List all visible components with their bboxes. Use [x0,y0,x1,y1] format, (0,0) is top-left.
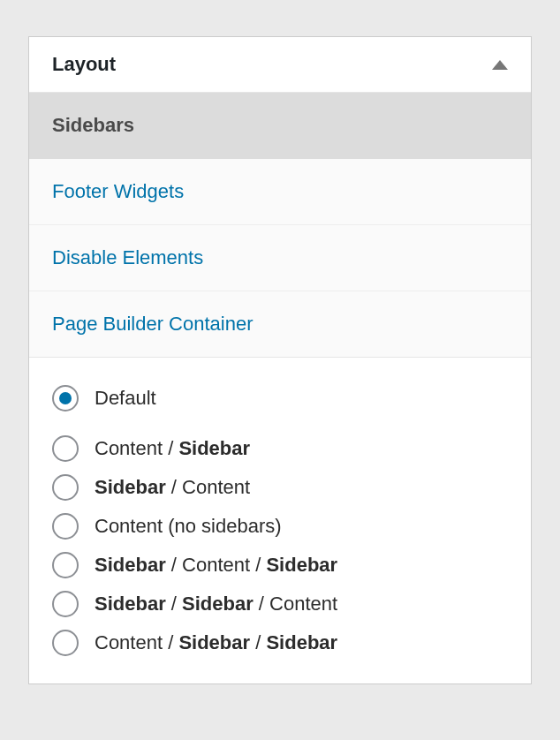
tab-label: Sidebars [52,114,134,136]
tab-label: Page Builder Container [52,313,253,335]
collapse-up-icon [492,60,508,70]
radio-button[interactable] [52,513,79,540]
radio-button[interactable] [52,591,79,617]
tab-list: SidebarsFooter WidgetsDisable ElementsPa… [29,93,531,358]
panel-title: Layout [52,53,116,76]
layout-option[interactable]: Sidebar / Content / Sidebar [52,546,508,585]
tab-sidebars[interactable]: Sidebars [29,93,531,159]
tab-page-builder-container[interactable]: Page Builder Container [29,291,531,358]
option-label: Sidebar / Content / Sidebar [95,554,337,577]
panel-header[interactable]: Layout [29,37,531,93]
tab-disable-elements[interactable]: Disable Elements [29,225,531,291]
layout-panel: Layout SidebarsFooter WidgetsDisable Ele… [28,36,532,684]
layout-option[interactable]: Default [52,379,508,429]
tab-label: Disable Elements [52,246,203,268]
option-label: Content / Sidebar [95,437,250,460]
radio-button[interactable] [52,385,79,412]
tab-label: Footer Widgets [52,180,184,202]
layout-option[interactable]: Content / Sidebar [52,429,508,468]
sidebar-options: DefaultContent / SidebarSidebar / Conten… [29,358,531,683]
layout-option[interactable]: Sidebar / Content [52,468,508,507]
tab-footer-widgets[interactable]: Footer Widgets [29,159,531,225]
option-label: Content / Sidebar / Sidebar [95,631,337,654]
option-label: Default [95,387,156,410]
radio-button[interactable] [52,630,79,656]
option-label: Content (no sidebars) [95,515,282,538]
option-label: Sidebar / Sidebar / Content [95,593,337,615]
option-label: Sidebar / Content [95,476,250,499]
layout-option[interactable]: Content / Sidebar / Sidebar [52,623,508,662]
layout-option[interactable]: Content (no sidebars) [52,507,508,546]
radio-button[interactable] [52,474,79,501]
radio-button[interactable] [52,435,79,462]
layout-option[interactable]: Sidebar / Sidebar / Content [52,585,508,623]
radio-button[interactable] [52,552,79,578]
